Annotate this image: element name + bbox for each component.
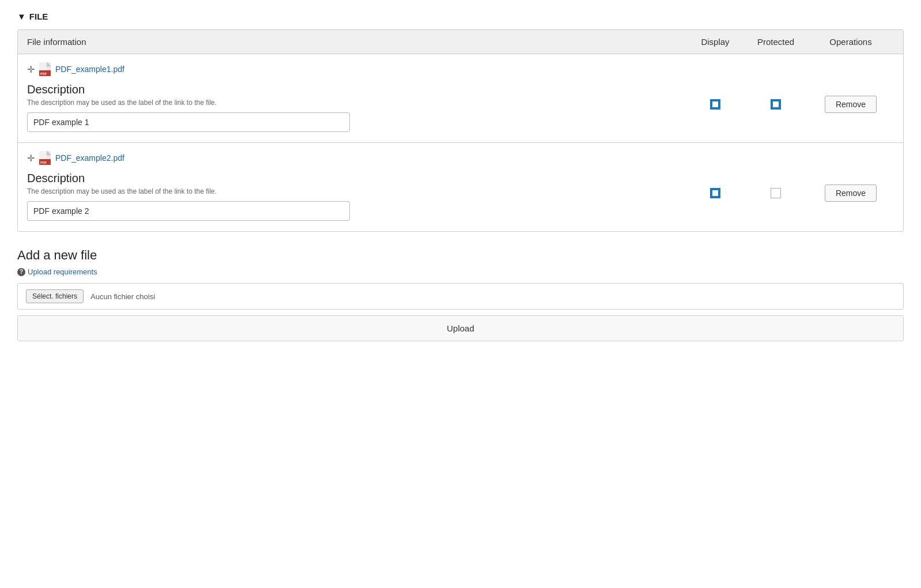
svg-rect-7 (39, 151, 47, 159)
remove-button-1[interactable]: Remove (825, 96, 877, 113)
display-checkbox-2[interactable] (710, 188, 720, 198)
protected-checkbox-cell-2 (744, 172, 807, 198)
section-header: ▼ FILE (17, 12, 904, 21)
remove-cell-1: Remove (807, 83, 894, 113)
file-row-2: ✛ PDF PDF_example2.pdf Description The d… (18, 143, 903, 231)
display-checkbox-1[interactable] (710, 99, 720, 110)
drag-handle-1[interactable]: ✛ (27, 64, 35, 75)
upload-button-row: Upload (17, 315, 904, 341)
file-content-row-2: Description The description may be used … (27, 172, 894, 221)
no-file-text: Aucun fichier choisi (90, 292, 155, 301)
description-label-2: Description (27, 172, 675, 185)
add-new-title: Add a new file (17, 248, 904, 263)
col-protected: Protected (744, 37, 807, 47)
help-icon: ? (17, 268, 25, 276)
file-link-2[interactable]: PDF_example2.pdf (55, 153, 124, 163)
description-hint-1: The description may be used as the label… (27, 99, 675, 107)
remove-cell-2: Remove (807, 172, 894, 202)
protected-checkbox-cell-1 (744, 83, 807, 110)
description-hint-2: The description may be used as the label… (27, 187, 675, 195)
pdf-icon-2: PDF (39, 151, 51, 165)
table-header: File information Display Protected Opera… (18, 30, 903, 54)
file-content-row-1: Description The description may be used … (27, 83, 894, 132)
file-name-row-2: ✛ PDF PDF_example2.pdf (27, 151, 894, 165)
file-input-row: Sélect. fichiers Aucun fichier choisi (17, 283, 904, 310)
upload-requirements-link[interactable]: ? Upload requirements (17, 267, 97, 276)
description-input-1[interactable] (27, 112, 350, 132)
section-title: FILE (29, 12, 48, 21)
file-link-1[interactable]: PDF_example1.pdf (55, 65, 124, 74)
file-table: File information Display Protected Opera… (17, 29, 904, 232)
svg-rect-3 (39, 62, 47, 70)
upload-button[interactable]: Upload (18, 316, 903, 341)
select-files-button[interactable]: Sélect. fichiers (26, 289, 84, 303)
drag-handle-2[interactable]: ✛ (27, 153, 35, 164)
display-checkbox-cell-1 (686, 83, 744, 110)
file-name-row-1: ✛ PDF PDF PDF_example1.pdf (27, 62, 894, 76)
col-operations: Operations (807, 37, 894, 47)
upload-requirements-label: Upload requirements (28, 267, 97, 276)
add-new-section: Add a new file ? Upload requirements Sél… (17, 248, 904, 341)
col-display: Display (686, 37, 744, 47)
col-file-info: File information (27, 37, 686, 47)
protected-checkbox-1[interactable] (771, 99, 781, 110)
remove-button-2[interactable]: Remove (825, 184, 877, 202)
description-label-1: Description (27, 83, 675, 96)
section-toggle[interactable]: ▼ (17, 12, 26, 21)
description-section-1: Description The description may be used … (27, 83, 686, 132)
display-checkbox-cell-2 (686, 172, 744, 198)
svg-text:PDF: PDF (40, 72, 47, 76)
description-input-2[interactable] (27, 201, 350, 221)
protected-checkbox-2[interactable] (771, 188, 781, 198)
pdf-icon-1: PDF PDF (39, 62, 51, 76)
description-section-2: Description The description may be used … (27, 172, 686, 221)
file-row-1: ✛ PDF PDF PDF_example1.pdf Description T… (18, 54, 903, 143)
svg-text:PDF: PDF (40, 161, 47, 164)
